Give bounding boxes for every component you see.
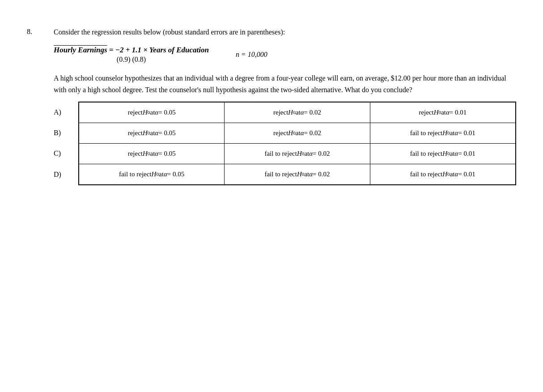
cell-d-3[interactable]: fail to reject H0 at α = 0.01 [370,164,515,184]
equation-block: Hourly Earnings = −2 + 1.1 × Years of Ed… [54,46,516,64]
cell-c-1[interactable]: reject H0 at α = 0.05 [79,144,224,164]
equation-se: (0.9) (0.8) [117,55,146,64]
cell-c-3[interactable]: fail to reject H0 at α = 0.01 [370,144,515,164]
question-number: 8. [27,27,54,185]
answer-table-wrapper: A)reject H0 at α = 0.05reject H0 at α = … [54,102,516,185]
equation-main: Hourly Earnings = −2 + 1.1 × Years of Ed… [54,46,209,55]
cell-a-3[interactable]: reject H0 at α = 0.01 [370,102,515,123]
question-container: 8. Consider the regression results below… [27,27,516,185]
question-intro: Consider the regression results below (r… [54,27,516,38]
question-body: Consider the regression results below (r… [54,27,516,185]
equation-lhs: Hourly Earnings = −2 + 1.1 × Years of Ed… [54,46,209,54]
answer-row-b[interactable]: B)reject H0 at α = 0.05reject H0 at α = … [54,123,516,143]
cell-d-1[interactable]: fail to reject H0 at α = 0.05 [79,164,224,184]
row-label-a: A) [54,102,78,123]
row-label-b: B) [54,123,78,143]
answer-row-c[interactable]: C)reject H0 at α = 0.05fail to reject H0… [54,143,516,164]
row-label-c: C) [54,143,78,164]
cell-a-1[interactable]: reject H0 at α = 0.05 [79,102,224,123]
cell-b-1[interactable]: reject H0 at α = 0.05 [79,123,224,143]
cell-d-2[interactable]: fail to reject H0 at α = 0.02 [224,164,369,184]
answer-row-a[interactable]: A)reject H0 at α = 0.05reject H0 at α = … [54,102,516,123]
equation-left: Hourly Earnings = −2 + 1.1 × Years of Ed… [54,46,209,64]
cell-b-2[interactable]: reject H0 at α = 0.02 [224,123,369,143]
n-label: n = 10,000 [236,51,267,58]
cell-a-2[interactable]: reject H0 at α = 0.02 [224,102,369,123]
answer-row-d[interactable]: D)fail to reject H0 at α = 0.05fail to r… [54,164,516,185]
equation-n: n = 10,000 [236,51,267,59]
row-label-d: D) [54,164,78,185]
cell-c-2[interactable]: fail to reject H0 at α = 0.02 [224,144,369,164]
question-paragraph: A high school counselor hypothesizes tha… [54,72,516,95]
cell-b-3[interactable]: fail to reject H0 at α = 0.01 [370,123,515,143]
